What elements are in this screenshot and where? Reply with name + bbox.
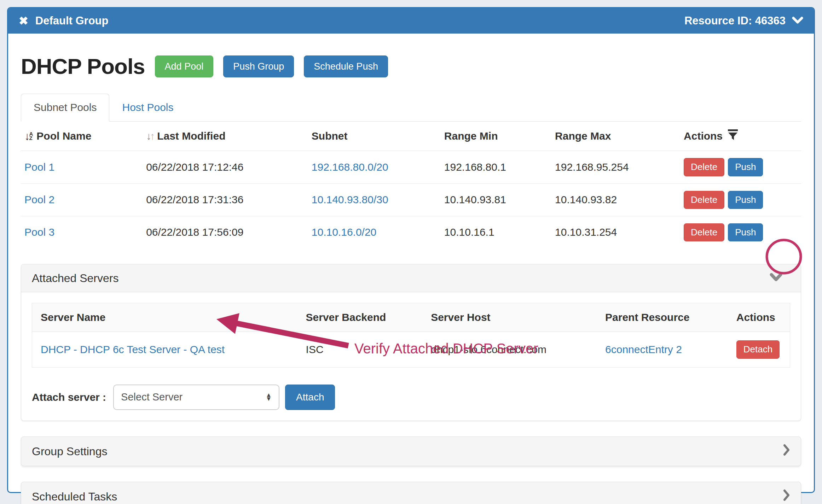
- range-min-value: 10.10.16.1: [441, 216, 551, 248]
- schedule-push-button[interactable]: Schedule Push: [304, 55, 388, 77]
- push-group-button[interactable]: Push Group: [223, 55, 294, 77]
- subnet-link[interactable]: 192.168.80.0/20: [312, 161, 388, 173]
- subnet-pools-table: ↓AZ Pool Name ↓↑ Last Modified Subnet Ra…: [21, 122, 801, 248]
- subnet-link[interactable]: 10.10.16.0/20: [312, 226, 377, 238]
- range-min-value: 10.140.93.81: [441, 183, 551, 216]
- range-max-value: 10.10.31.254: [551, 216, 680, 248]
- server-select[interactable]: Select Server ▲▼: [113, 385, 279, 410]
- server-name-link[interactable]: DHCP - DHCP 6c Test Server - QA test: [41, 344, 225, 355]
- pool-link[interactable]: Pool 1: [24, 161, 54, 173]
- detach-button[interactable]: Detach: [736, 340, 780, 358]
- col-last-modified[interactable]: ↓↑ Last Modified: [143, 122, 308, 151]
- table-row: Pool 1 06/22/2018 17:12:46 192.168.80.0/…: [21, 151, 801, 183]
- range-min-value: 192.168.80.1: [441, 151, 551, 183]
- pool-link[interactable]: Pool 2: [24, 194, 54, 205]
- close-icon[interactable]: ✖: [19, 14, 28, 28]
- col-actions[interactable]: Actions: [680, 122, 801, 151]
- push-button[interactable]: Push: [728, 158, 763, 176]
- resource-id-label: Resource ID: 46363: [684, 14, 786, 27]
- scheduled-tasks-title: Scheduled Tasks: [32, 490, 117, 503]
- col-server-host: Server Host: [422, 303, 597, 332]
- table-row: DHCP - DHCP 6c Test Server - QA test ISC…: [32, 332, 790, 367]
- col-parent-resource: Parent Resource: [597, 303, 728, 332]
- col-server-name: Server Name: [32, 303, 297, 332]
- attach-server-label: Attach server :: [32, 391, 106, 404]
- group-settings-panel[interactable]: Group Settings: [21, 436, 801, 466]
- attached-servers-panel: Attached Servers Server Name: [21, 264, 801, 421]
- group-card: ✖ Default Group Resource ID: 46363 DHCP …: [7, 7, 815, 493]
- parent-resource-link[interactable]: 6connectEntry 2: [605, 344, 682, 355]
- subnet-link[interactable]: 10.140.93.80/30: [312, 194, 388, 205]
- last-modified-value: 06/22/2018 17:56:09: [143, 216, 308, 248]
- page-title: DHCP Pools: [21, 53, 145, 80]
- pools-header-row: ↓AZ Pool Name ↓↑ Last Modified Subnet Ra…: [21, 122, 801, 151]
- delete-button[interactable]: Delete: [684, 158, 724, 176]
- attached-servers-title: Attached Servers: [32, 271, 118, 285]
- col-range-min: Range Min: [441, 122, 551, 151]
- last-modified-value: 06/22/2018 17:31:36: [143, 183, 308, 216]
- table-row: Pool 3 06/22/2018 17:56:09 10.10.16.0/20…: [21, 216, 801, 248]
- pools-tabs: Subnet Pools Host Pools: [21, 94, 801, 122]
- sort-alpha-asc-icon: ↓AZ: [24, 130, 33, 143]
- chevron-right-icon: [783, 444, 790, 459]
- chevron-right-icon: [783, 489, 790, 504]
- group-titlebar: ✖ Default Group Resource ID: 46363: [8, 8, 814, 34]
- server-select-value: Select Server: [121, 391, 183, 403]
- col-server-backend: Server Backend: [297, 303, 423, 332]
- servers-header-row: Server Name Server Backend Server Host P…: [32, 303, 790, 332]
- scheduled-tasks-panel[interactable]: Scheduled Tasks: [21, 482, 801, 504]
- pool-link[interactable]: Pool 3: [24, 226, 54, 238]
- delete-button[interactable]: Delete: [684, 223, 724, 241]
- attach-button[interactable]: Attach: [285, 385, 335, 410]
- add-pool-button[interactable]: Add Pool: [155, 55, 214, 77]
- server-backend-value: ISC: [297, 332, 423, 367]
- group-title: Default Group: [35, 14, 109, 27]
- group-settings-title: Group Settings: [32, 445, 107, 458]
- resource-id-toggle[interactable]: Resource ID: 46363: [684, 14, 803, 27]
- collapse-toggle[interactable]: [770, 271, 782, 285]
- range-max-value: 10.140.93.82: [551, 183, 680, 216]
- tab-subnet-pools[interactable]: Subnet Pools: [21, 94, 109, 122]
- col-pool-name[interactable]: ↓AZ Pool Name: [21, 122, 143, 151]
- last-modified-value: 06/22/2018 17:12:46: [143, 151, 308, 183]
- attached-servers-heading: Attached Servers: [21, 264, 801, 292]
- delete-button[interactable]: Delete: [684, 191, 724, 209]
- col-server-actions: Actions: [728, 303, 790, 332]
- server-host-value: dhcp1-sfo.6connect.com: [422, 332, 597, 367]
- filter-icon[interactable]: [728, 129, 738, 143]
- chevron-down-icon: [792, 14, 803, 27]
- attached-servers-table: Server Name Server Backend Server Host P…: [32, 303, 790, 367]
- col-subnet: Subnet: [308, 122, 441, 151]
- push-button[interactable]: Push: [728, 191, 763, 209]
- sort-icon: ↓↑: [146, 130, 154, 142]
- chevron-down-icon: [770, 271, 782, 285]
- select-arrows-icon: ▲▼: [266, 393, 272, 400]
- tab-host-pools[interactable]: Host Pools: [109, 94, 186, 121]
- col-range-max: Range Max: [551, 122, 680, 151]
- table-row: Pool 2 06/22/2018 17:31:36 10.140.93.80/…: [21, 183, 801, 216]
- range-max-value: 192.168.95.254: [551, 151, 680, 183]
- push-button[interactable]: Push: [728, 223, 763, 241]
